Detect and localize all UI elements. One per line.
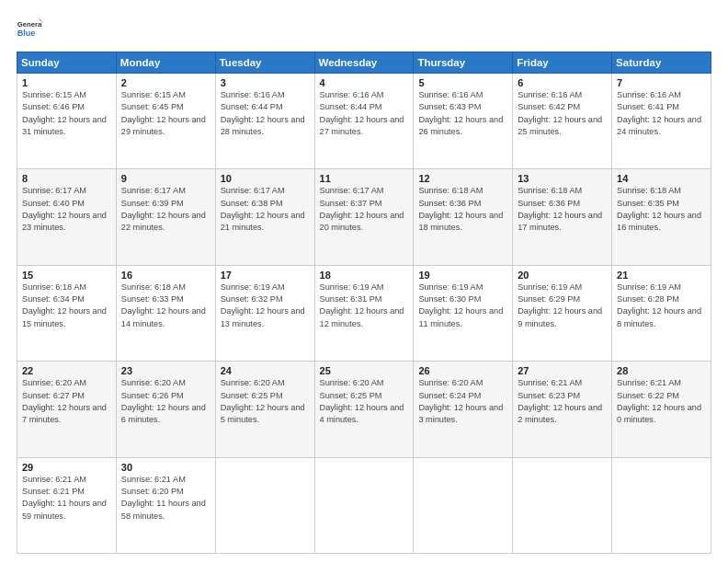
day-number: 20 bbox=[518, 270, 607, 281]
calendar-cell: 2Sunrise: 6:15 AMSunset: 6:45 PMDaylight… bbox=[116, 74, 215, 169]
day-detail: Sunrise: 6:18 AMSunset: 6:35 PMDaylight:… bbox=[617, 186, 701, 232]
day-number: 1 bbox=[22, 77, 111, 88]
day-detail: Sunrise: 6:21 AMSunset: 6:20 PMDaylight:… bbox=[121, 475, 206, 521]
calendar-cell bbox=[612, 457, 711, 553]
day-detail: Sunrise: 6:20 AMSunset: 6:26 PMDaylight:… bbox=[121, 378, 206, 424]
weekday-header: Monday bbox=[116, 52, 215, 74]
calendar-cell: 17Sunrise: 6:19 AMSunset: 6:32 PMDayligh… bbox=[215, 265, 314, 361]
calendar-cell: 11Sunrise: 6:17 AMSunset: 6:37 PMDayligh… bbox=[314, 169, 414, 265]
day-number: 17 bbox=[221, 270, 310, 281]
calendar-week-row: 1Sunrise: 6:15 AMSunset: 6:46 PMDaylight… bbox=[17, 74, 711, 169]
calendar-cell: 30Sunrise: 6:21 AMSunset: 6:20 PMDayligh… bbox=[116, 457, 215, 553]
day-detail: Sunrise: 6:17 AMSunset: 6:40 PMDaylight:… bbox=[22, 186, 107, 232]
day-detail: Sunrise: 6:18 AMSunset: 6:36 PMDaylight:… bbox=[418, 186, 503, 232]
svg-text:Blue: Blue bbox=[17, 29, 36, 38]
day-detail: Sunrise: 6:20 AMSunset: 6:25 PMDaylight:… bbox=[221, 378, 305, 424]
day-detail: Sunrise: 6:20 AMSunset: 6:27 PMDaylight:… bbox=[22, 378, 107, 424]
calendar-cell: 16Sunrise: 6:18 AMSunset: 6:33 PMDayligh… bbox=[116, 265, 215, 361]
day-detail: Sunrise: 6:15 AMSunset: 6:45 PMDaylight:… bbox=[121, 90, 206, 136]
day-number: 23 bbox=[121, 365, 210, 376]
calendar-cell: 25Sunrise: 6:20 AMSunset: 6:25 PMDayligh… bbox=[314, 362, 414, 457]
day-detail: Sunrise: 6:19 AMSunset: 6:32 PMDaylight:… bbox=[221, 282, 305, 328]
calendar-cell: 28Sunrise: 6:21 AMSunset: 6:22 PMDayligh… bbox=[612, 362, 711, 457]
day-number: 19 bbox=[418, 270, 507, 281]
calendar-cell: 8Sunrise: 6:17 AMSunset: 6:40 PMDaylight… bbox=[17, 169, 117, 265]
calendar-cell: 9Sunrise: 6:17 AMSunset: 6:39 PMDaylight… bbox=[116, 169, 215, 265]
day-number: 18 bbox=[320, 270, 409, 281]
calendar-cell: 20Sunrise: 6:19 AMSunset: 6:29 PMDayligh… bbox=[513, 265, 612, 361]
day-detail: Sunrise: 6:18 AMSunset: 6:36 PMDaylight:… bbox=[518, 186, 602, 232]
calendar-cell: 15Sunrise: 6:18 AMSunset: 6:34 PMDayligh… bbox=[17, 265, 117, 361]
calendar-cell: 24Sunrise: 6:20 AMSunset: 6:25 PMDayligh… bbox=[215, 362, 314, 457]
day-number: 29 bbox=[22, 462, 111, 473]
calendar-cell: 13Sunrise: 6:18 AMSunset: 6:36 PMDayligh… bbox=[513, 169, 612, 265]
day-detail: Sunrise: 6:16 AMSunset: 6:43 PMDaylight:… bbox=[418, 90, 503, 136]
calendar-cell: 19Sunrise: 6:19 AMSunset: 6:30 PMDayligh… bbox=[414, 265, 513, 361]
day-detail: Sunrise: 6:20 AMSunset: 6:25 PMDaylight:… bbox=[320, 378, 404, 424]
day-detail: Sunrise: 6:20 AMSunset: 6:24 PMDaylight:… bbox=[418, 378, 503, 424]
day-detail: Sunrise: 6:17 AMSunset: 6:38 PMDaylight:… bbox=[221, 186, 305, 232]
day-number: 2 bbox=[121, 77, 210, 88]
day-number: 8 bbox=[22, 173, 111, 184]
calendar-cell: 26Sunrise: 6:20 AMSunset: 6:24 PMDayligh… bbox=[414, 362, 513, 457]
day-detail: Sunrise: 6:19 AMSunset: 6:28 PMDaylight:… bbox=[617, 282, 701, 328]
weekday-header: Wednesday bbox=[314, 52, 414, 74]
weekday-header: Thursday bbox=[414, 52, 513, 74]
calendar-cell: 7Sunrise: 6:16 AMSunset: 6:41 PMDaylight… bbox=[612, 74, 711, 169]
calendar-cell: 6Sunrise: 6:16 AMSunset: 6:42 PMDaylight… bbox=[513, 74, 612, 169]
day-number: 21 bbox=[617, 270, 706, 281]
svg-text:General: General bbox=[17, 20, 42, 29]
logo: General Blue bbox=[17, 17, 46, 42]
calendar-cell bbox=[314, 457, 414, 553]
day-detail: Sunrise: 6:16 AMSunset: 6:44 PMDaylight:… bbox=[320, 90, 404, 136]
calendar-cell: 27Sunrise: 6:21 AMSunset: 6:23 PMDayligh… bbox=[513, 362, 612, 457]
day-detail: Sunrise: 6:16 AMSunset: 6:44 PMDaylight:… bbox=[221, 90, 305, 136]
calendar-cell: 29Sunrise: 6:21 AMSunset: 6:21 PMDayligh… bbox=[17, 457, 117, 553]
day-number: 13 bbox=[518, 173, 607, 184]
day-detail: Sunrise: 6:21 AMSunset: 6:21 PMDaylight:… bbox=[22, 475, 107, 521]
calendar-cell: 14Sunrise: 6:18 AMSunset: 6:35 PMDayligh… bbox=[612, 169, 711, 265]
calendar-week-row: 15Sunrise: 6:18 AMSunset: 6:34 PMDayligh… bbox=[17, 265, 711, 361]
calendar-cell bbox=[215, 457, 314, 553]
calendar-cell: 5Sunrise: 6:16 AMSunset: 6:43 PMDaylight… bbox=[414, 74, 513, 169]
calendar-cell bbox=[414, 457, 513, 553]
day-detail: Sunrise: 6:18 AMSunset: 6:34 PMDaylight:… bbox=[22, 282, 107, 328]
day-number: 22 bbox=[22, 365, 111, 376]
day-detail: Sunrise: 6:17 AMSunset: 6:39 PMDaylight:… bbox=[121, 186, 206, 232]
day-number: 5 bbox=[418, 77, 507, 88]
day-detail: Sunrise: 6:18 AMSunset: 6:33 PMDaylight:… bbox=[121, 282, 206, 328]
day-number: 14 bbox=[617, 173, 706, 184]
calendar-cell: 22Sunrise: 6:20 AMSunset: 6:27 PMDayligh… bbox=[17, 362, 117, 457]
day-detail: Sunrise: 6:19 AMSunset: 6:30 PMDaylight:… bbox=[418, 282, 503, 328]
day-detail: Sunrise: 6:15 AMSunset: 6:46 PMDaylight:… bbox=[22, 90, 107, 136]
calendar-cell: 18Sunrise: 6:19 AMSunset: 6:31 PMDayligh… bbox=[314, 265, 414, 361]
header: General Blue bbox=[17, 17, 711, 42]
day-number: 30 bbox=[121, 462, 210, 473]
day-detail: Sunrise: 6:19 AMSunset: 6:31 PMDaylight:… bbox=[320, 282, 404, 328]
calendar-table: SundayMondayTuesdayWednesdayThursdayFrid… bbox=[17, 52, 711, 554]
day-number: 24 bbox=[221, 365, 310, 376]
calendar-cell: 1Sunrise: 6:15 AMSunset: 6:46 PMDaylight… bbox=[17, 74, 117, 169]
day-number: 25 bbox=[320, 365, 409, 376]
day-number: 16 bbox=[121, 270, 210, 281]
day-detail: Sunrise: 6:16 AMSunset: 6:42 PMDaylight:… bbox=[518, 90, 602, 136]
weekday-header: Saturday bbox=[612, 52, 711, 74]
weekday-header-row: SundayMondayTuesdayWednesdayThursdayFrid… bbox=[17, 52, 711, 74]
day-detail: Sunrise: 6:19 AMSunset: 6:29 PMDaylight:… bbox=[518, 282, 602, 328]
day-number: 3 bbox=[221, 77, 310, 88]
calendar-cell: 4Sunrise: 6:16 AMSunset: 6:44 PMDaylight… bbox=[314, 74, 414, 169]
calendar-week-row: 29Sunrise: 6:21 AMSunset: 6:21 PMDayligh… bbox=[17, 457, 711, 553]
day-detail: Sunrise: 6:17 AMSunset: 6:37 PMDaylight:… bbox=[320, 186, 404, 232]
day-detail: Sunrise: 6:21 AMSunset: 6:23 PMDaylight:… bbox=[518, 378, 602, 424]
day-number: 10 bbox=[221, 173, 310, 184]
day-number: 7 bbox=[617, 77, 706, 88]
logo-icon: General Blue bbox=[17, 17, 42, 42]
day-number: 12 bbox=[418, 173, 507, 184]
calendar-cell bbox=[513, 457, 612, 553]
calendar-cell: 23Sunrise: 6:20 AMSunset: 6:26 PMDayligh… bbox=[116, 362, 215, 457]
calendar-cell: 21Sunrise: 6:19 AMSunset: 6:28 PMDayligh… bbox=[612, 265, 711, 361]
day-number: 11 bbox=[320, 173, 409, 184]
day-number: 26 bbox=[418, 365, 507, 376]
calendar-cell: 12Sunrise: 6:18 AMSunset: 6:36 PMDayligh… bbox=[414, 169, 513, 265]
weekday-header: Sunday bbox=[17, 52, 117, 74]
